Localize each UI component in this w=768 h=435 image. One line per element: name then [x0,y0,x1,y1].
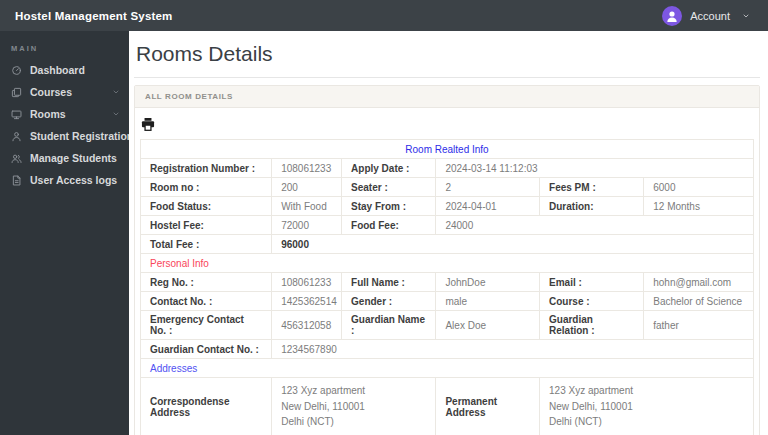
card-body: Room Realted InfoRegistration Number :10… [135,108,759,435]
section-title-row: Addresses [141,359,754,378]
card-header: ALL ROOM DETAILS [135,86,759,108]
sidebar-item-label: Courses [30,86,72,98]
field-label: Room no : [141,178,272,197]
detail-row: Room no :200Seater :2Fees PM :6000 [141,178,754,197]
field-label: Emergency Contact No. : [141,311,272,340]
detail-row: Reg No. :108061233Full Name :JohnDoeEmai… [141,273,754,292]
field-value: 2 [436,178,540,197]
account-menu[interactable]: Account [662,6,750,26]
section-title-row: Room Realted Info [141,140,754,159]
field-value: Bachelor of Science [644,292,754,311]
sidebar-item-student-registration[interactable]: Student Registration [0,125,129,147]
field-value: 24000 [436,216,754,235]
sidebar-item-user-access-logs[interactable]: User Access logs [0,169,129,191]
sidebar-item-label: User Access logs [30,174,117,186]
sidebar-item-dashboard[interactable]: Dashboard [0,59,129,81]
field-label: Guardian Contact No. : [141,340,272,359]
field-label: Total Fee : [141,235,272,254]
field-label: Guardian Relation : [540,311,644,340]
field-label: Food Status: [141,197,272,216]
field-value: 123 Xyz apartment New Delhi, 110001 Delh… [272,378,436,435]
sidebar-item-label: Manage Students [30,152,117,164]
sidebar-item-manage-students[interactable]: Manage Students [0,147,129,169]
field-value: 1234567890 [272,340,754,359]
field-label: Hostel Fee: [141,216,272,235]
field-label: Apply Date : [342,159,436,178]
account-label: Account [690,10,730,22]
field-label: Full Name : [342,273,436,292]
app-brand[interactable]: Hostel Management System [15,10,173,22]
detail-row: Emergency Contact No. :456312058Guardian… [141,311,754,340]
field-value: 456312058 [272,311,342,340]
detail-row: Food Status:With FoodStay From :2024-04-… [141,197,754,216]
field-value: hohn@gmail.com [644,273,754,292]
sidebar-item-rooms[interactable]: Rooms [0,103,129,125]
student-registration-icon [11,131,22,142]
detail-table: Room Realted InfoRegistration Number :10… [140,139,754,435]
field-label: Registration Number : [141,159,272,178]
sidebar-section-label: MAIN [0,31,129,59]
field-label: Gender : [342,292,436,311]
field-value: 200 [272,178,342,197]
sidebar-item-label: Rooms [30,108,66,120]
field-value: 1425362514 [272,292,342,311]
detail-row: Correspondense Address123 Xyz apartment … [141,378,754,435]
field-value: 123 Xyz apartment New Delhi, 110001 Delh… [540,378,754,435]
field-value: With Food [272,197,342,216]
field-label: Contact No. : [141,292,272,311]
user-access-logs-icon [11,175,22,186]
field-label: Permanent Address [436,378,540,435]
section-title-room-related-info: Room Realted Info [141,140,754,159]
field-value: male [436,292,540,311]
field-value: 108061233 [272,159,342,178]
detail-row: Total Fee :96000 [141,235,754,254]
field-value: 2024-04-01 [436,197,540,216]
field-label: Food Fee: [342,216,436,235]
manage-students-icon [11,153,22,164]
sidebar: MAIN Dashboard Courses [0,31,129,435]
room-details-card: ALL ROOM DETAILS [134,85,760,435]
field-value: 72000 [272,216,342,235]
section-title-personal-info: Personal Info [141,254,754,273]
page-layout: MAIN Dashboard Courses [0,31,768,435]
title-divider [134,77,760,78]
print-button[interactable] [141,118,155,134]
section-title-row: Personal Info [141,254,754,273]
person-avatar-icon [664,8,680,24]
content: Rooms Details ALL ROOM DETAILS [129,31,768,435]
field-label: Email : [540,273,644,292]
section-title-addresses: Addresses [141,359,754,378]
chevron-down-icon [112,110,120,118]
print-icon [141,119,155,134]
field-value: Alex Doe [436,311,540,340]
field-label: Course : [540,292,644,311]
sidebar-item-label: Student Registration [30,130,133,142]
top-navbar: Hostel Management System Account [0,0,768,31]
account-avatar [662,6,682,26]
field-label: Fees PM : [540,178,644,197]
field-value: 6000 [644,178,754,197]
field-label: Reg No. : [141,273,272,292]
detail-row: Registration Number :108061233Apply Date… [141,159,754,178]
chevron-down-icon [112,88,120,96]
sidebar-item-label: Dashboard [30,64,85,76]
page-title: Rooms Details [136,42,760,66]
field-label: Seater : [342,178,436,197]
detail-row: Guardian Contact No. :1234567890 [141,340,754,359]
sidebar-item-courses[interactable]: Courses [0,81,129,103]
detail-table-body: Room Realted InfoRegistration Number :10… [141,140,754,435]
field-value: 12 Months [644,197,754,216]
field-value: 2024-03-14 11:12:03 [436,159,754,178]
chevron-down-icon [742,12,750,20]
field-label: Correspondense Address [141,378,272,435]
courses-icon [11,87,22,98]
field-value: JohnDoe [436,273,540,292]
field-label: Guardian Name : [342,311,436,340]
dashboard-icon [11,65,22,76]
field-value: 108061233 [272,273,342,292]
field-value: father [644,311,754,340]
detail-row: Contact No. :1425362514Gender :maleCours… [141,292,754,311]
rooms-icon [11,109,22,120]
field-value: 96000 [272,235,754,254]
detail-row: Hostel Fee:72000Food Fee:24000 [141,216,754,235]
